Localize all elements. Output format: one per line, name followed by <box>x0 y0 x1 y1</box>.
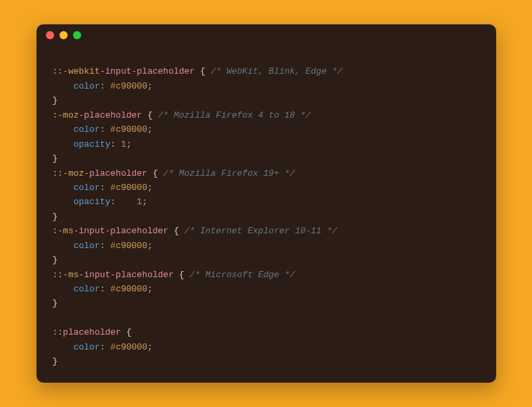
selector-name: input-placeholder <box>105 66 195 76</box>
property-name: color <box>74 241 100 251</box>
comment: /* Internet Explorer 10-11 */ <box>179 226 337 236</box>
colon: : <box>100 342 111 352</box>
close-brace: } <box>53 212 58 222</box>
close-brace: } <box>53 255 58 265</box>
open-brace: { <box>195 66 205 76</box>
selector-name: input-placeholder <box>84 270 174 280</box>
property-name: color <box>74 183 100 193</box>
property-value: #c90000 <box>110 284 147 294</box>
code-line: ::placeholder { <box>53 325 480 339</box>
code-window: ::-webkit-input-placeholder { /* WebKit,… <box>37 24 496 383</box>
colon: : <box>100 81 111 91</box>
code-line <box>53 50 480 64</box>
open-brace: { <box>174 270 185 280</box>
code-line: :-moz-placeholder { /* Mozilla Firefox 4… <box>53 108 480 122</box>
colon: : <box>100 284 111 294</box>
code-line: } <box>53 354 480 368</box>
property-name: color <box>74 284 100 294</box>
comment: /* Mozilla Firefox 4 to 18 */ <box>153 110 311 120</box>
open-brace: { <box>121 327 132 337</box>
property-value: 1 <box>137 197 142 207</box>
property-value: #c90000 <box>110 124 147 135</box>
code-line: ::-ms-input-placeholder { /* Microsoft E… <box>53 268 480 282</box>
window-titlebar <box>37 24 496 46</box>
selector-prefix: :-ms- <box>53 226 79 236</box>
code-line: color: #c90000; <box>53 282 480 296</box>
code-line: opacity: 1; <box>53 137 480 151</box>
code-line: opacity: 1; <box>53 195 480 209</box>
semicolon: ; <box>147 284 153 294</box>
minimize-icon[interactable] <box>59 31 68 39</box>
close-brace: } <box>53 298 58 308</box>
code-line: color: #c90000; <box>53 122 480 137</box>
code-line: } <box>53 93 480 107</box>
code-line: ::-webkit-input-placeholder { /* WebKit,… <box>53 64 480 78</box>
code-block: ::-webkit-input-placeholder { /* WebKit,… <box>37 46 496 383</box>
property-name: color <box>74 81 100 91</box>
semicolon: ; <box>147 81 153 91</box>
close-brace: } <box>53 356 58 366</box>
code-line: color: #c90000; <box>53 181 480 195</box>
selector-name: placeholder <box>84 110 142 120</box>
code-line: ::-moz-placeholder { /* Mozilla Firefox … <box>53 166 480 181</box>
close-brace: } <box>53 95 58 105</box>
code-line: } <box>53 151 480 166</box>
semicolon: ; <box>147 342 153 352</box>
maximize-icon[interactable] <box>73 31 81 39</box>
colon: : <box>100 124 111 135</box>
code-line: } <box>53 296 480 310</box>
code-line: } <box>53 253 480 267</box>
close-icon[interactable] <box>46 31 54 39</box>
property-name: opacity <box>74 197 111 207</box>
colon: : <box>110 139 121 149</box>
selector-name: placeholder <box>63 327 121 337</box>
property-value: 1 <box>121 139 126 149</box>
comment: /* WebKit, Blink, Edge */ <box>205 66 343 76</box>
colon: : <box>100 183 111 193</box>
selector-prefix: ::-ms- <box>53 270 84 280</box>
selector-prefix: :-moz- <box>53 110 84 120</box>
colon: : <box>110 197 137 207</box>
semicolon: ; <box>142 197 147 207</box>
semicolon: ; <box>147 241 153 251</box>
semicolon: ; <box>147 183 153 193</box>
property-name: opacity <box>74 139 111 149</box>
comment: /* Mozilla Firefox 19+ */ <box>158 168 295 178</box>
property-value: #c90000 <box>110 241 147 251</box>
comment: /* Microsoft Edge */ <box>185 270 295 280</box>
open-brace: { <box>147 168 158 178</box>
semicolon: ; <box>147 124 153 135</box>
selector-name: input-placeholder <box>79 226 169 236</box>
property-value: #c90000 <box>110 81 147 91</box>
open-brace: { <box>142 110 153 120</box>
property-name: color <box>74 342 100 352</box>
selector-prefix: ::-webkit- <box>53 66 105 76</box>
selector-prefix: ::-moz- <box>53 168 90 178</box>
selector-prefix: :: <box>53 327 64 337</box>
code-line: } <box>53 210 480 224</box>
code-line: color: #c90000; <box>53 239 480 253</box>
code-line: color: #c90000; <box>53 79 480 93</box>
close-brace: } <box>53 153 58 164</box>
property-value: #c90000 <box>110 183 147 193</box>
colon: : <box>100 241 111 251</box>
property-name: color <box>74 124 100 135</box>
open-brace: { <box>168 226 179 236</box>
code-line: color: #c90000; <box>53 340 480 354</box>
semicolon: ; <box>126 139 132 149</box>
code-line <box>53 311 480 325</box>
selector-name: placeholder <box>89 168 147 178</box>
property-value: #c90000 <box>110 342 147 352</box>
code-line: :-ms-input-placeholder { /* Internet Exp… <box>53 224 480 238</box>
